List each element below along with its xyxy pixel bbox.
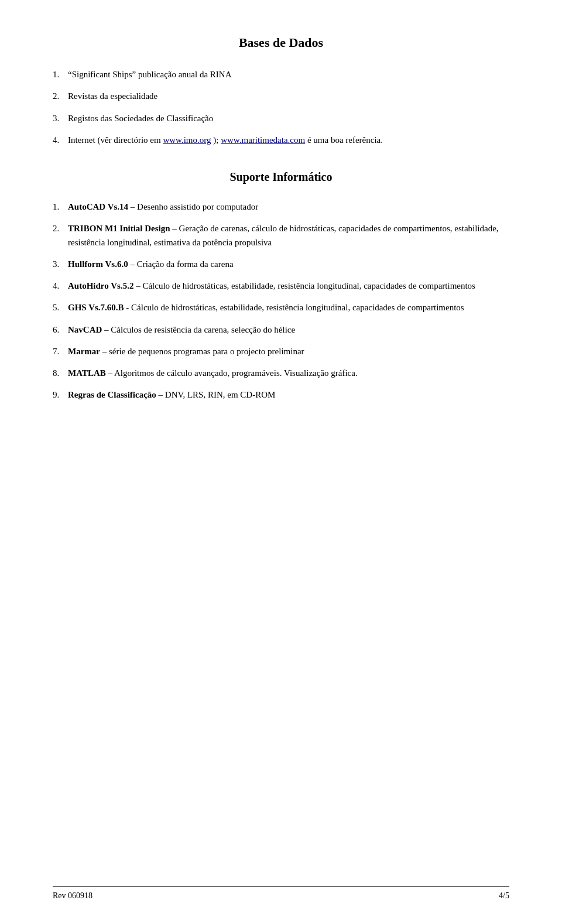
footer: Rev 060918 4/5 [53,886,509,901]
software-item-4: 4. AutoHidro Vs.5.2 – Cálculo de hidrost… [53,279,509,293]
item-bold: GHS Vs.7.60.B [68,303,124,312]
software-item-2: 2. TRIBON M1 Initial Design – Geração de… [53,222,509,249]
item-number: 3. [53,258,64,271]
item-text: MATLAB – Algoritmos de cálculo avançado,… [68,367,509,380]
item-text: GHS Vs.7.60.B - Cálculo de hidrostáticas… [68,301,509,314]
main-title: Bases de Dados [53,35,509,50]
item-number: 8. [53,367,64,380]
item-text: AutoCAD Vs.14 – Desenho assistido por co… [68,200,509,214]
item-number: 2. [53,222,64,249]
software-list: 1. AutoCAD Vs.14 – Desenho assistido por… [53,200,509,402]
intro-list: 1. “Significant Ships” publicação anual … [53,68,509,147]
item-bold: NavCAD [68,325,102,334]
item-bold: Hullform Vs.6.0 [68,259,128,269]
page: Bases de Dados 1. “Significant Ships” pu… [0,0,562,924]
item-bold: MATLAB [68,368,106,378]
item-text: Hullform Vs.6.0 – Criação da forma da ca… [68,258,509,271]
item-bold: AutoHidro Vs.5.2 [68,281,133,290]
software-item-7: 7. Marmar – série de pequenos programas … [53,345,509,358]
item-bold: Regras de Classificação [68,390,156,399]
item-number: 3. [53,112,64,125]
item-number: 9. [53,388,64,402]
item-text: NavCAD – Cálculos de resistência da care… [68,323,509,337]
item-number: 2. [53,90,64,103]
item-bold: AutoCAD Vs.14 [68,202,128,211]
footer-rev: Rev 060918 [53,891,92,901]
item-number: 4. [53,279,64,293]
item-text: Registos das Sociedades de Classificação [68,112,509,125]
software-item-1: 1. AutoCAD Vs.14 – Desenho assistido por… [53,200,509,214]
item-text: Revistas da especialidade [68,90,509,103]
item-number: 1. [53,68,64,81]
software-item-8: 8. MATLAB – Algoritmos de cálculo avança… [53,367,509,380]
item-text: “Significant Ships” publicação anual da … [68,68,509,81]
item-number: 1. [53,200,64,214]
software-item-6: 6. NavCAD – Cálculos de resistência da c… [53,323,509,337]
footer-divider [53,886,509,887]
software-item-3: 3. Hullform Vs.6.0 – Criação da forma da… [53,258,509,271]
item-bold: Marmar [68,347,100,356]
item-number: 6. [53,323,64,337]
software-item-9: 9. Regras de Classificação – DNV, LRS, R… [53,388,509,402]
intro-item-1: 1. “Significant Ships” publicação anual … [53,68,509,81]
item-bold: TRIBON M1 Initial Design [68,224,170,233]
intro-item-2: 2. Revistas da especialidade [53,90,509,103]
imo-link[interactable]: www.imo.org [163,135,211,145]
item-text: Regras de Classificação – DNV, LRS, RIN,… [68,388,509,402]
item-number: 4. [53,134,64,147]
maritimedata-link[interactable]: www.maritimedata.com [221,135,305,145]
item-number: 7. [53,345,64,358]
section-title: Suporte Informático [53,170,509,184]
intro-item-4: 4. Internet (vêr directório em www.imo.o… [53,134,509,147]
footer-page: 4/5 [499,891,509,901]
software-item-5: 5. GHS Vs.7.60.B - Cálculo de hidrostáti… [53,301,509,314]
item-text: Internet (vêr directório em www.imo.org … [68,134,509,147]
item-number: 5. [53,301,64,314]
item-text: TRIBON M1 Initial Design – Geração de ca… [68,222,509,249]
item-text: AutoHidro Vs.5.2 – Cálculo de hidrostáti… [68,279,509,293]
item-text: Marmar – série de pequenos programas par… [68,345,509,358]
intro-item-3: 3. Registos das Sociedades de Classifica… [53,112,509,125]
